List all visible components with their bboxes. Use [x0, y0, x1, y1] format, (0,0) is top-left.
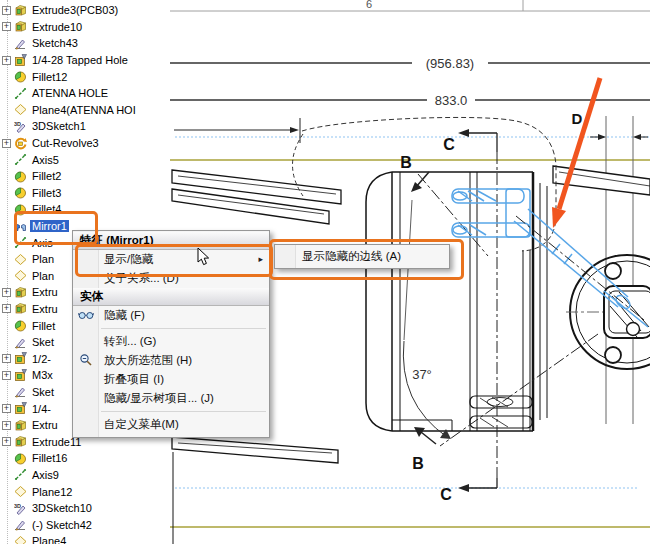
tree-item[interactable]: 1/4-28 Tapped Hole	[0, 52, 170, 69]
tree-item[interactable]: Fillet16	[0, 450, 170, 467]
tree-item[interactable]: Fillet2	[0, 168, 170, 185]
tree-item[interactable]: (-) Sketch42	[0, 516, 170, 533]
section-label-b-bottom: B	[412, 455, 424, 472]
menu-item[interactable]: 放大所选范围 (H)	[73, 351, 269, 370]
tree-item[interactable]: Plane4(ATENNA HOI	[0, 102, 170, 119]
tree-item-label[interactable]: Extru	[30, 286, 60, 298]
dimension-length: 833.0	[170, 93, 650, 108]
tree-item-label[interactable]: 1/4-	[30, 403, 53, 415]
menu-section-header: 特征 (Mirror1)	[73, 232, 269, 250]
tree-item-label[interactable]: Fillet3	[30, 187, 63, 199]
expand-icon[interactable]	[2, 288, 11, 297]
tree-item-label[interactable]: 3DSketch10	[30, 502, 94, 514]
expand-icon[interactable]	[2, 437, 11, 446]
sketch-icon	[14, 37, 27, 50]
tree-item-label[interactable]: Fillet2	[30, 170, 63, 182]
submenu-item[interactable]: 显示隐藏的边线 (A)	[275, 245, 449, 268]
tree-item-label[interactable]: Extrude3(PCB03)	[30, 4, 120, 16]
tree-item-label[interactable]: 3DSketch1	[30, 120, 88, 132]
tree-item[interactable]: Fillet12	[0, 68, 170, 85]
fillet-icon	[14, 186, 27, 199]
menu-item[interactable]: 自定义菜单(M)	[73, 415, 269, 434]
menu-item-label: 父子关系... (D)	[104, 272, 179, 284]
expand-icon[interactable]	[2, 56, 11, 65]
tree-item[interactable]: Plane4	[0, 533, 170, 544]
hole-icon	[14, 352, 27, 365]
tree-item[interactable]: 3D3DSketch10	[0, 500, 170, 517]
tree-item-label[interactable]: Mirror1	[30, 220, 69, 232]
expand-icon[interactable]	[2, 139, 11, 148]
tree-item-label[interactable]: Cut-Revolve3	[30, 137, 101, 149]
tree-item-label[interactable]: Plan	[30, 253, 56, 265]
tree-item[interactable]: Axis5	[0, 151, 170, 168]
sketch3d-icon: 3D	[14, 120, 27, 133]
tree-item[interactable]: Axis9	[0, 467, 170, 484]
tree-item[interactable]: Fillet3	[0, 185, 170, 202]
expand-icon[interactable]	[2, 371, 11, 380]
tree-item[interactable]: ATENNA HOLE	[0, 85, 170, 102]
mirror-icon	[14, 220, 27, 233]
tree-item[interactable]: Fillet4	[0, 201, 170, 218]
context-menu[interactable]: 特征 (Mirror1)显示/隐藏父子关系... (D)实体隐藏 (F)转到..…	[72, 230, 270, 438]
expand-icon[interactable]	[2, 421, 11, 430]
sketch-icon	[14, 336, 27, 349]
tree-item-label[interactable]: Plane4	[30, 535, 68, 544]
expand-icon[interactable]	[2, 6, 11, 15]
tree-item-label[interactable]: M3x	[30, 369, 55, 381]
tree-item-label[interactable]: ATENNA HOLE	[30, 87, 110, 99]
partial-dimension-text: 6	[366, 0, 372, 10]
tree-item-label[interactable]: Sket	[30, 386, 56, 398]
menu-item[interactable]: 折叠项目 (I)	[73, 370, 269, 389]
tree-item-label[interactable]: Axis9	[30, 469, 61, 481]
tree-item-label[interactable]: Axis	[30, 237, 55, 249]
plane-icon	[14, 103, 27, 116]
tube-centerline	[516, 216, 644, 320]
tree-item[interactable]: 3D3DSketch1	[0, 118, 170, 135]
tree-item[interactable]: Sketch43	[0, 35, 170, 52]
extrude-icon	[14, 286, 27, 299]
extrude-icon	[14, 419, 27, 432]
expand-icon[interactable]	[2, 354, 11, 363]
menu-item-label: 折叠项目 (I)	[104, 373, 164, 385]
plane-icon	[14, 253, 27, 266]
tree-item-label[interactable]: Fillet16	[30, 452, 69, 464]
menu-item[interactable]: 转到... (G)	[73, 332, 269, 351]
tree-item[interactable]: Cut-Revolve3	[0, 135, 170, 152]
tree-item-label[interactable]: 1/4-28 Tapped Hole	[30, 54, 130, 66]
expand-icon[interactable]	[2, 404, 11, 413]
tree-item-label[interactable]: Fillet12	[30, 71, 69, 83]
menu-item[interactable]: 隐藏/显示树项目... (J)	[73, 389, 269, 408]
tree-item-label[interactable]: (-) Sketch42	[30, 519, 94, 531]
tree-item-label[interactable]: Plane4(ATENNA HOI	[30, 104, 138, 116]
menu-item[interactable]: 显示/隐藏	[73, 250, 269, 269]
tree-item-label[interactable]: 1/2-	[30, 353, 53, 365]
app-window: 6 (956.83) 833.0	[0, 0, 650, 544]
fillet-icon	[14, 203, 27, 216]
tree-item-label[interactable]: Plane12	[30, 486, 74, 498]
tree-item-label[interactable]: Fillet4	[30, 203, 63, 215]
context-submenu[interactable]: 显示隐藏的边线 (A)	[274, 244, 450, 269]
plane-icon	[14, 485, 27, 498]
tree-item-label[interactable]: Sket	[30, 336, 56, 348]
tree-item-label[interactable]: Axis5	[30, 154, 61, 166]
menu-item-label: 自定义菜单(M)	[104, 418, 179, 430]
tree-item-label[interactable]: Extru	[30, 419, 60, 431]
menu-item[interactable]: 父子关系... (D)	[73, 269, 269, 288]
menu-item[interactable]: 隐藏 (F)	[73, 306, 269, 325]
tree-item-label[interactable]: Plan	[30, 270, 56, 282]
tree-item-label[interactable]: Extru	[30, 303, 60, 315]
reference-lines	[170, 0, 650, 11]
expand-icon[interactable]	[2, 22, 11, 31]
extrude-icon	[14, 435, 27, 448]
mouse-cursor-icon	[197, 248, 211, 270]
tree-item-label[interactable]: Sketch43	[30, 37, 80, 49]
tree-item-label[interactable]: Extrude10	[30, 21, 84, 33]
tree-item[interactable]: Extrude3(PCB03)	[0, 2, 170, 19]
tree-item[interactable]: Plane12	[0, 483, 170, 500]
tree-item[interactable]: Extrude10	[0, 19, 170, 36]
tree-item-label[interactable]: Fillet	[30, 320, 57, 332]
expand-icon[interactable]	[2, 304, 11, 313]
menu-item-label: 隐藏/显示树项目... (J)	[104, 392, 214, 404]
flange-end-view	[566, 255, 650, 369]
svg-text:3D: 3D	[14, 502, 21, 508]
